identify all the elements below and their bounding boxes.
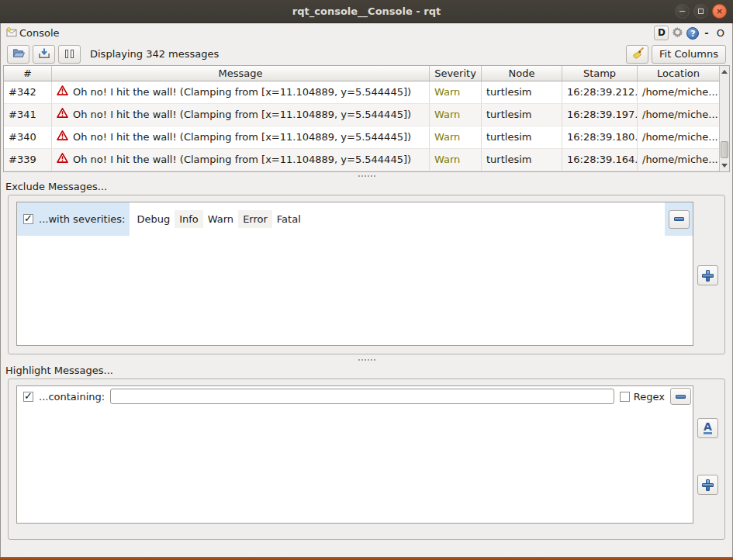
- detach-plugin-button[interactable]: D: [654, 26, 669, 40]
- message-count-status: Displaying 342 messages: [90, 48, 219, 60]
- minimize-button[interactable]: −: [675, 4, 690, 19]
- maximize-button[interactable]: [693, 4, 708, 19]
- severity-item-error[interactable]: Error: [238, 210, 272, 228]
- cell-num: #340: [4, 126, 52, 148]
- minus-icon: [674, 217, 684, 221]
- cell-severity: Warn: [430, 104, 482, 126]
- pause-button[interactable]: [58, 45, 81, 64]
- regex-checkbox[interactable]: [620, 392, 630, 402]
- column-header-location[interactable]: Location: [638, 66, 719, 81]
- splitter-handle-top[interactable]: [1, 172, 732, 180]
- severity-item-info[interactable]: Info: [175, 210, 203, 228]
- cell-message: Oh no! I hit the wall! (Clamping from [x…: [52, 81, 430, 103]
- column-header-message[interactable]: Message: [52, 66, 430, 81]
- window-titlebar[interactable]: rqt_console__Console - rqt − ×: [0, 0, 733, 23]
- highlight-containing-filter-row[interactable]: ✓ ...containing: Regex: [17, 386, 693, 406]
- warning-triangle-icon: [57, 126, 68, 148]
- column-header-num[interactable]: #: [4, 66, 52, 81]
- table-row[interactable]: #339 Oh no! I hit the wall! (Clamping fr…: [4, 149, 719, 171]
- exclude-section-label: Exclude Messages...: [1, 180, 732, 195]
- exclude-filter-label: ...with severities:: [39, 213, 125, 225]
- exclude-filter-remove-wrap: [665, 202, 693, 236]
- pause-icon: [65, 50, 74, 58]
- cell-stamp: 16:28:39.180...: [562, 126, 638, 148]
- fit-columns-button[interactable]: Fit Columns: [652, 45, 726, 64]
- scrollbar-thumb[interactable]: [721, 141, 728, 158]
- cell-num: #342: [4, 81, 52, 103]
- cell-severity: Warn: [430, 126, 482, 148]
- severity-item-debug[interactable]: Debug: [132, 210, 175, 228]
- minimize-icon: −: [679, 6, 686, 16]
- table-row[interactable]: #342 Oh no! I hit the wall! (Clamping fr…: [4, 81, 719, 104]
- add-highlight-filter-button[interactable]: [697, 475, 718, 495]
- exclude-filter-enabled-checkbox[interactable]: ✓: [23, 214, 33, 224]
- severity-item-warn[interactable]: Warn: [203, 210, 238, 228]
- cell-node: turtlesim: [482, 104, 562, 126]
- close-button[interactable]: ×: [712, 4, 727, 19]
- dock-minimize-button[interactable]: -: [702, 27, 711, 39]
- highlighter-icon: A: [704, 422, 712, 434]
- cell-node: turtlesim: [482, 81, 562, 103]
- containing-text-input[interactable]: [110, 389, 614, 404]
- regex-label: Regex: [634, 391, 665, 403]
- help-icon[interactable]: ?: [686, 27, 699, 40]
- save-icon: [37, 47, 51, 61]
- message-table-main: # Message Severity Node Stamp Location #…: [4, 66, 719, 171]
- settings-gear-icon[interactable]: [672, 26, 683, 40]
- message-text: Oh no! I hit the wall! (Clamping from [x…: [73, 81, 411, 103]
- scrollbar-track[interactable]: [720, 78, 729, 160]
- check-icon: ✓: [24, 213, 33, 224]
- highlight-filter-label: ...containing:: [39, 391, 105, 403]
- table-row[interactable]: #341 Oh no! I hit the wall! (Clamping fr…: [4, 104, 719, 126]
- cell-location: /home/miche...: [638, 104, 719, 126]
- highlight-section-label: Highlight Messages...: [1, 364, 732, 379]
- cell-num: #339: [4, 149, 52, 171]
- window-title: rqt_console__Console - rqt: [292, 5, 441, 17]
- scroll-down-icon[interactable]: [720, 160, 729, 171]
- cell-num: #341: [4, 104, 52, 126]
- message-text: Oh no! I hit the wall! (Clamping from [x…: [73, 126, 411, 148]
- exclude-groupbox: ✓ ...with severities: Debug Info Warn Er…: [8, 195, 725, 354]
- rqt-window: Console D ? - O: [0, 23, 733, 557]
- cell-location: /home/miche...: [638, 149, 719, 171]
- warning-triangle-icon: [57, 104, 68, 126]
- severity-item-fatal[interactable]: Fatal: [272, 210, 306, 228]
- column-header-stamp[interactable]: Stamp: [562, 66, 638, 81]
- open-folder-icon: [12, 47, 26, 61]
- message-text: Oh no! I hit the wall! (Clamping from [x…: [73, 104, 411, 126]
- plus-icon: [702, 270, 714, 282]
- help-glyph: ?: [690, 29, 695, 39]
- table-header: # Message Severity Node Stamp Location: [4, 66, 719, 81]
- save-messages-button[interactable]: [33, 45, 55, 64]
- broom-icon: [631, 47, 645, 61]
- load-messages-button[interactable]: [7, 45, 29, 64]
- desktop-edge: [0, 557, 733, 560]
- regex-option: Regex: [620, 391, 665, 403]
- highlight-filter-enabled-checkbox[interactable]: ✓: [23, 392, 33, 402]
- exclude-severity-filter-row[interactable]: ✓ ...with severities: Debug Info Warn Er…: [17, 202, 693, 236]
- add-exclude-filter-button[interactable]: [697, 265, 718, 285]
- cell-severity: Warn: [430, 81, 482, 103]
- warning-triangle-icon: [57, 149, 68, 171]
- splitter-handle-bottom[interactable]: [1, 356, 732, 364]
- cell-location: /home/miche...: [638, 81, 719, 103]
- dock-buttons: D ? - O: [654, 26, 727, 40]
- cell-message: Oh no! I hit the wall! (Clamping from [x…: [52, 126, 430, 148]
- exclude-filter-list: ✓ ...with severities: Debug Info Warn Er…: [16, 202, 693, 346]
- warning-triangle-icon: [57, 81, 68, 103]
- clear-messages-button[interactable]: [626, 45, 648, 64]
- highlight-filter-list: ✓ ...containing: Regex: [16, 385, 693, 524]
- highlight-toggle-button[interactable]: A: [697, 418, 718, 438]
- dock-float-button[interactable]: O: [714, 27, 727, 39]
- column-header-severity[interactable]: Severity: [430, 66, 482, 81]
- cell-node: turtlesim: [482, 149, 562, 171]
- plus-icon: [702, 479, 714, 491]
- remove-exclude-filter-button[interactable]: [669, 210, 690, 229]
- maximize-icon: [698, 9, 704, 14]
- scroll-up-icon[interactable]: [720, 66, 729, 78]
- table-row[interactable]: #340 Oh no! I hit the wall! (Clamping fr…: [4, 126, 719, 149]
- table-scrollbar[interactable]: [719, 66, 729, 171]
- window-controls: − ×: [675, 4, 727, 19]
- remove-highlight-filter-button[interactable]: [670, 388, 691, 405]
- column-header-node[interactable]: Node: [482, 66, 562, 81]
